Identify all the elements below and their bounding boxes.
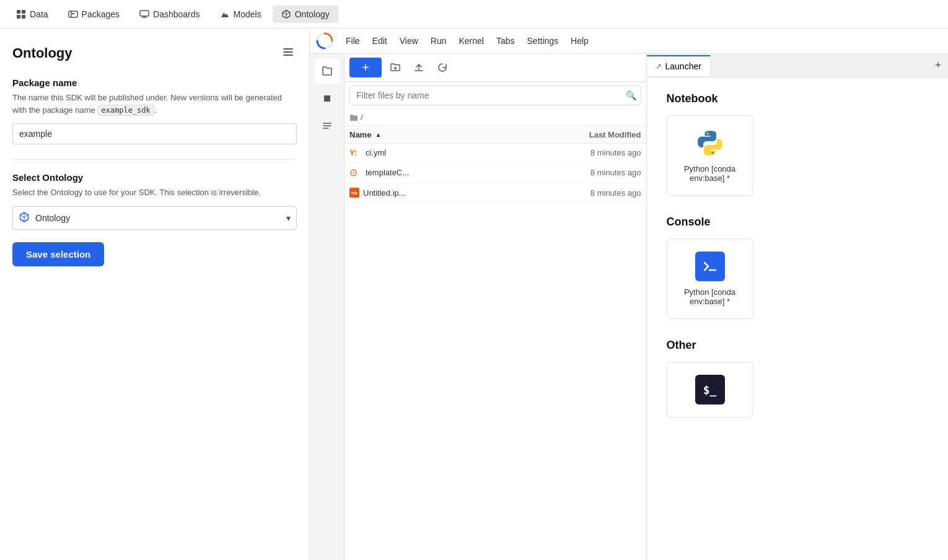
menu-edit[interactable]: Edit xyxy=(366,33,393,48)
launcher-tab-bar: ↗ Launcher + xyxy=(647,54,949,77)
yaml-icon: Y: xyxy=(349,148,362,157)
file-table: Name ▲ Last Modified Y: ci.yml 8 minutes… xyxy=(345,126,646,560)
page-title: Ontology xyxy=(12,45,72,61)
new-folder-button[interactable] xyxy=(385,58,405,77)
nav-item-ontology[interactable]: Ontology xyxy=(273,6,338,23)
other-section-title: Other xyxy=(667,339,929,352)
save-selection-button[interactable]: Save selection xyxy=(12,242,104,266)
launcher-tab[interactable]: ↗ Launcher xyxy=(647,55,711,76)
console-items: Python [condaenv:base] * xyxy=(667,238,929,319)
file-row[interactable]: nb Untitled.ip... 8 minutes ago xyxy=(345,183,646,203)
menu-view[interactable]: View xyxy=(393,33,424,48)
nav-label-ontology: Ontology xyxy=(295,9,330,19)
notebook-section-title: Notebook xyxy=(667,92,929,105)
external-link-icon: ↗ xyxy=(656,62,662,71)
console-section: Console Python [condaenv:base] * xyxy=(667,216,929,319)
inline-code-sdk: example_sdk xyxy=(97,105,154,116)
panel-menu-icon[interactable] xyxy=(279,43,297,63)
new-file-button[interactable]: + xyxy=(349,58,382,77)
launcher-item-other[interactable]: $_ xyxy=(667,362,753,418)
folder-icon xyxy=(349,113,358,122)
section-divider xyxy=(12,159,297,160)
jl-toolbar: + xyxy=(345,54,646,82)
other-items: $_ xyxy=(667,362,929,418)
notebook-section: Notebook Python [condaenv:bas xyxy=(667,92,929,196)
launcher-item-notebook-python[interactable]: Python [condaenv:base] * xyxy=(667,115,753,196)
svg-rect-5 xyxy=(72,13,74,14)
col-modified-header: Last Modified xyxy=(555,130,641,139)
console-icon-large xyxy=(695,252,725,281)
add-tab-button[interactable]: + xyxy=(928,56,948,76)
menu-kernel[interactable]: Kernel xyxy=(452,33,489,48)
file-row[interactable]: ⊙ templateC... 8 minutes ago xyxy=(345,162,646,183)
nav-item-models[interactable]: Models xyxy=(211,6,270,23)
ontology-select-wrapper: Ontology ▾ xyxy=(12,206,297,230)
notebook-icon: nb xyxy=(349,188,359,198)
python-icon xyxy=(695,128,725,158)
nav-item-data[interactable]: Data xyxy=(7,6,57,23)
sidebar-list-icon[interactable] xyxy=(315,113,340,138)
menu-tabs[interactable]: Tabs xyxy=(490,33,521,48)
file-name-cell: Y: ci.yml xyxy=(349,148,555,157)
notebook-items: Python [condaenv:base] * xyxy=(667,115,929,196)
file-search-input[interactable] xyxy=(349,85,641,105)
nav-label-data: Data xyxy=(30,9,48,19)
main-area: Ontology Package name The name this SDK … xyxy=(0,28,948,560)
nav-label-dashboards: Dashboards xyxy=(153,9,200,19)
svg-point-9 xyxy=(706,133,708,134)
launcher-content: Notebook Python [condaenv:bas xyxy=(647,77,949,452)
mountain-icon xyxy=(220,9,230,19)
template-icon: ⊙ xyxy=(349,167,362,178)
file-modified-cell: 8 minutes ago xyxy=(555,188,641,198)
file-name-cell: ⊙ templateC... xyxy=(349,167,555,178)
file-modified-cell: 8 minutes ago xyxy=(555,148,641,157)
select-ontology-label: Select Ontology xyxy=(12,172,297,183)
svg-rect-8 xyxy=(324,95,330,102)
other-section: Other $_ xyxy=(667,339,929,418)
menu-run[interactable]: Run xyxy=(424,33,453,48)
cube-icon xyxy=(281,9,291,19)
jl-body: + xyxy=(310,54,948,560)
upload-button[interactable] xyxy=(409,58,429,77)
svg-rect-0 xyxy=(17,10,20,14)
file-table-header: Name ▲ Last Modified xyxy=(345,126,646,144)
terminal-icon: $_ xyxy=(695,375,725,405)
file-name-cell: nb Untitled.ip... xyxy=(349,188,555,198)
nav-item-packages[interactable]: Packages xyxy=(59,6,128,23)
plus-icon: + xyxy=(362,61,369,75)
svg-rect-1 xyxy=(22,10,25,14)
launcher-item-console-python[interactable]: Python [condaenv:base] * xyxy=(667,238,753,319)
menu-help[interactable]: Help xyxy=(564,33,595,48)
menu-file[interactable]: File xyxy=(340,33,366,48)
sort-asc-icon: ▲ xyxy=(375,131,381,138)
console-section-title: Console xyxy=(667,216,929,229)
ontology-select[interactable]: Ontology xyxy=(12,206,297,230)
menu-settings[interactable]: Settings xyxy=(521,33,565,48)
monitor-icon xyxy=(139,9,149,19)
jl-logo xyxy=(315,31,335,51)
file-browser: + xyxy=(345,54,647,560)
nav-label-models: Models xyxy=(234,9,261,19)
launcher-panel: ↗ Launcher + Notebook xyxy=(647,54,949,560)
panel-header: Ontology xyxy=(12,43,297,63)
left-panel: Ontology Package name The name this SDK … xyxy=(0,28,310,560)
sidebar-files-icon[interactable] xyxy=(315,59,340,84)
package-icon xyxy=(68,9,78,19)
path-separator: / xyxy=(361,113,363,122)
refresh-button[interactable] xyxy=(432,58,452,77)
jupyterlab-area: File Edit View Run Kernel Tabs Settings … xyxy=(310,28,948,560)
package-name-input[interactable] xyxy=(12,123,297,144)
nav-item-dashboards[interactable]: Dashboards xyxy=(131,6,209,23)
file-row[interactable]: Y: ci.yml 8 minutes ago xyxy=(345,144,646,162)
svg-rect-6 xyxy=(140,11,149,16)
sidebar-stop-icon[interactable] xyxy=(315,86,340,111)
file-search: 🔍 xyxy=(349,85,641,105)
file-modified-cell: 8 minutes ago xyxy=(555,168,641,177)
launcher-tab-label: Launcher xyxy=(665,61,701,71)
svg-rect-3 xyxy=(22,15,25,19)
jl-menu-bar: File Edit View Run Kernel Tabs Settings … xyxy=(310,28,948,54)
top-nav: Data Packages Dashboards Models xyxy=(0,0,948,28)
select-ontology-desc: Select the Ontology to use for your SDK.… xyxy=(12,186,297,199)
col-name-header: Name ▲ xyxy=(349,130,555,139)
svg-rect-2 xyxy=(17,15,20,19)
